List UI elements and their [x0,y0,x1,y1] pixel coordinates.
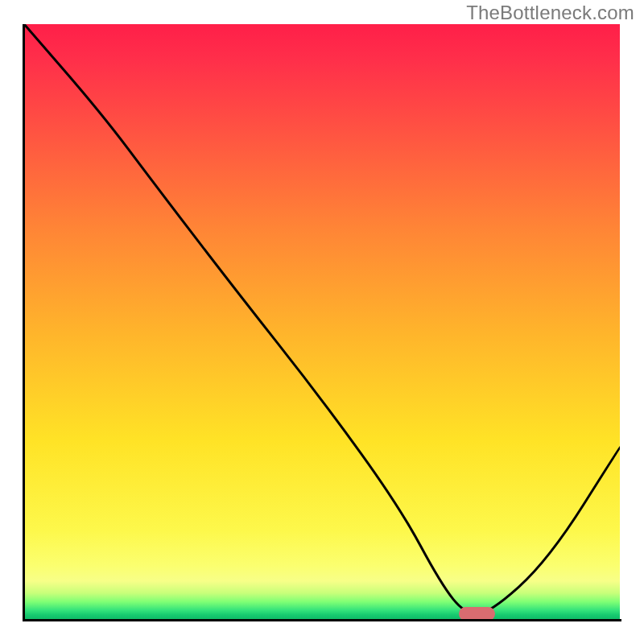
curve-path [24,24,620,614]
bottleneck-curve [24,24,620,620]
x-axis-line [23,619,621,621]
plot-area [24,24,620,620]
bottleneck-chart: TheBottleneck.com [0,0,644,644]
y-axis-line [23,24,25,621]
watermark-text: TheBottleneck.com [466,2,634,24]
